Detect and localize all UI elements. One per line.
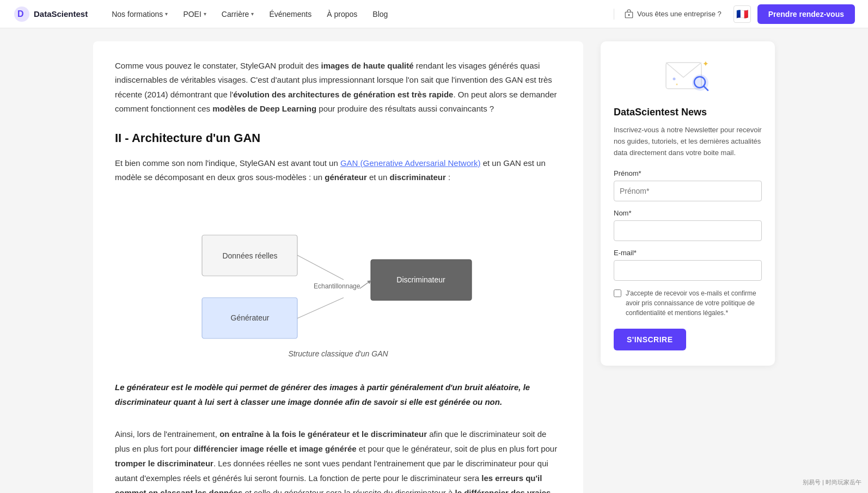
chevron-down-icon: ▾: [251, 11, 254, 17]
bold-evolution: évolution des architectures de génératio…: [233, 90, 453, 99]
email-group: E-mail*: [614, 249, 762, 281]
gan-link[interactable]: GAN (Generative Adversarial Network): [340, 158, 481, 168]
email-input[interactable]: [614, 260, 762, 281]
nav-links: Nos formations ▾ POEI ▾ Carrière ▾ Événe…: [105, 5, 609, 23]
svg-point-3: [628, 14, 630, 16]
section-title: II - Architecture d'un GAN: [115, 131, 561, 145]
nom-group: Nom*: [614, 209, 762, 241]
nav-item-apropos[interactable]: À propos: [320, 5, 364, 23]
body-paragraph: Ainsi, lors de l'entrainement, on entraî…: [115, 427, 561, 494]
watermark: 别易号 | 时尚玩家岳午: [803, 478, 861, 486]
building-icon: [624, 9, 634, 19]
intro-paragraph: Comme vous pouvez le constater, StyleGAN…: [115, 59, 561, 116]
prenom-group: Prénom*: [614, 169, 762, 201]
sidebar: ✦ DataScientest News Inscrivez-vous à no…: [601, 41, 775, 493]
bold-discriminateur: discriminateur: [389, 172, 445, 182]
newsletter-card: ✦ DataScientest News Inscrivez-vous à no…: [601, 41, 775, 366]
bold-tromper: tromper le discriminateur: [115, 459, 213, 468]
prenom-input[interactable]: [614, 181, 762, 201]
bold-deeplearning: modèles de Deep Learning: [212, 104, 316, 113]
cta-button[interactable]: Prendre rendez-vous: [757, 4, 855, 24]
newsletter-icon: ✦: [663, 54, 712, 98]
svg-point-19: [673, 78, 676, 81]
nav-item-evenements[interactable]: Événements: [262, 5, 318, 23]
enterprise-button[interactable]: Vous êtes une entreprise ?: [619, 6, 727, 22]
svg-line-11: [297, 298, 344, 318]
section-paragraph: Et bien comme son nom l'indique, StyleGA…: [115, 156, 561, 185]
newsletter-icon-area: ✦: [614, 54, 762, 98]
bold-differencier: différencier image réelle et image génér…: [193, 444, 356, 453]
svg-text:✦: ✦: [702, 59, 709, 68]
consent-label: J'accepte de recevoir vos e-mails et con…: [626, 288, 762, 318]
email-label: E-mail*: [614, 249, 762, 257]
consent-checkbox[interactable]: [614, 289, 621, 297]
bold-images: images de haute qualité: [321, 61, 414, 70]
consent-group: J'accepte de recevoir vos e-mails et con…: [614, 288, 762, 318]
page-wrapper: Comme vous pouvez le constater, StyleGAN…: [80, 28, 788, 493]
svg-line-13: [360, 281, 370, 288]
newsletter-desc: Inscrivez-vous à notre Newsletter pour r…: [614, 125, 762, 158]
nav-item-formations[interactable]: Nos formations ▾: [105, 5, 174, 23]
svg-point-20: [676, 84, 678, 85]
svg-line-10: [297, 255, 344, 280]
navbar: D DataScientest Nos formations ▾ POEI ▾ …: [0, 0, 868, 28]
subscribe-button[interactable]: S'INSCRIRE: [614, 329, 686, 350]
newsletter-title: DataScientest News: [614, 107, 762, 118]
svg-text:Echantillonnage: Echantillonnage: [314, 282, 360, 290]
svg-text:D: D: [17, 9, 24, 19]
logo-text: DataScientest: [34, 9, 88, 19]
logo[interactable]: D DataScientest: [13, 5, 88, 23]
blockquote: Le générateur est le modèle qui permet d…: [115, 380, 561, 409]
bold-entraine: on entraîne à la fois le générateur et l…: [219, 429, 427, 439]
nav-item-blog[interactable]: Blog: [366, 5, 394, 23]
main-content: Comme vous pouvez le constater, StyleGAN…: [93, 41, 583, 493]
svg-text:Générateur: Générateur: [231, 313, 270, 322]
nav-right: Vous êtes une entreprise ? 🇫🇷 Prendre re…: [619, 4, 855, 24]
gan-diagram: Données réelles Générateur Discriminateu…: [186, 202, 491, 344]
svg-text:Discriminateur: Discriminateur: [396, 275, 445, 284]
nom-label: Nom*: [614, 209, 762, 217]
svg-text:Données réelles: Données réelles: [222, 251, 277, 260]
nom-input[interactable]: [614, 220, 762, 241]
chevron-down-icon: ▾: [204, 11, 206, 17]
flag-button[interactable]: 🇫🇷: [733, 5, 751, 23]
nav-item-poei[interactable]: POEI ▾: [176, 5, 212, 23]
watermark-text: 别易号 | 时尚玩家岳午: [803, 478, 861, 486]
logo-icon: D: [13, 5, 30, 23]
chevron-down-icon: ▾: [165, 11, 168, 17]
diagram-container: Données réelles Générateur Discriminateu…: [115, 202, 561, 373]
prenom-label: Prénom*: [614, 169, 762, 177]
nav-item-carriere[interactable]: Carrière ▾: [215, 5, 261, 23]
nav-divider: [614, 9, 614, 20]
diagram-caption: Structure classique d'un GAN: [288, 349, 388, 358]
bold-generateur: générateur: [325, 172, 367, 182]
